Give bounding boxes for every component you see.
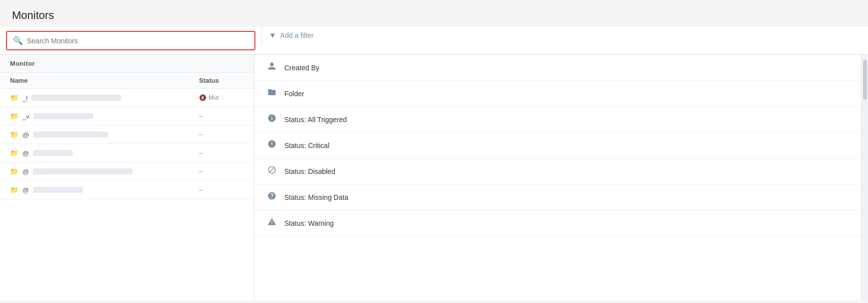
filter-label-folder: Folder: [284, 90, 304, 98]
row-status: --: [199, 168, 244, 175]
row-prefix: _l: [22, 94, 27, 102]
filter-option-warning[interactable]: Status: Warning: [254, 210, 861, 236]
status-label: --: [199, 131, 203, 138]
status-label: --: [199, 168, 203, 175]
filter-option-missing-data[interactable]: Status: Missing Data: [254, 184, 861, 210]
row-text-blur: [33, 168, 133, 174]
folder-icon: 📁: [10, 131, 18, 139]
exclamation-circle-icon: [266, 140, 277, 151]
row-name: 📁 _l: [10, 94, 199, 102]
table-header: Name Status: [0, 73, 254, 89]
table-row[interactable]: 📁 _v --: [0, 107, 254, 126]
person-icon: [266, 62, 277, 73]
search-box[interactable]: 🔍: [6, 31, 255, 50]
search-input[interactable]: [27, 37, 248, 45]
status-label: --: [199, 186, 203, 193]
row-name: 📁 @: [10, 149, 199, 157]
toolbar: 🔍 ▼ Add a filter: [0, 27, 868, 55]
col-status-header: Status: [199, 77, 244, 84]
filter-label-created-by: Created By: [284, 64, 319, 72]
row-prefix: @: [22, 150, 29, 157]
search-icon: 🔍: [13, 36, 23, 45]
row-prefix: @: [22, 131, 29, 139]
table-row[interactable]: 📁 @ --: [0, 126, 254, 144]
question-circle-icon: [266, 191, 277, 203]
folder-icon: 📁: [10, 167, 18, 175]
filter-label-disabled: Status: Disabled: [284, 167, 335, 175]
status-label: --: [199, 150, 203, 156]
mute-icon: 🔇: [199, 94, 207, 101]
folder-icon: 📁: [10, 112, 18, 120]
row-status: --: [199, 131, 244, 138]
info-circle-icon: [266, 114, 277, 125]
table-row[interactable]: 📁 _l 🔇 Mut: [0, 89, 254, 107]
row-name: 📁 @: [10, 131, 199, 139]
row-name: 📁 @: [10, 186, 199, 194]
filter-option-critical[interactable]: Status: Critical: [254, 133, 861, 158]
main-content: Monitor Name Status 📁 _l 🔇 Mut: [0, 55, 868, 301]
row-text-blur: [31, 95, 121, 101]
filter-label-all-triggered: Status: All Triggered: [284, 116, 347, 124]
row-prefix: @: [22, 168, 29, 175]
folder-icon: [266, 88, 277, 99]
row-prefix: @: [22, 186, 29, 194]
filter-option-created-by[interactable]: Created By: [254, 55, 861, 81]
row-text-blur: [33, 150, 73, 156]
filter-label-critical: Status: Critical: [284, 142, 329, 150]
row-status: 🔇 Mut: [199, 94, 244, 101]
row-name: 📁 _v: [10, 112, 199, 120]
col-name-header: Name: [10, 77, 199, 84]
scrollbar[interactable]: [861, 55, 868, 301]
folder-icon: 📁: [10, 94, 18, 102]
folder-icon: 📁: [10, 149, 18, 157]
triangle-exclamation-icon: [266, 217, 277, 229]
row-text-blur: [33, 113, 93, 119]
page-title: Monitors: [0, 0, 868, 27]
table-row[interactable]: 📁 @ --: [0, 162, 254, 181]
row-text-blur: [33, 187, 83, 193]
filter-option-folder[interactable]: Folder: [254, 81, 861, 107]
status-label: Mut: [209, 94, 218, 101]
row-status: --: [199, 150, 244, 156]
row-prefix: _v: [22, 113, 29, 120]
row-text-blur: [33, 132, 108, 138]
filter-dropdown-list: Created By Folder: [254, 55, 861, 301]
section-header: Monitor: [0, 55, 254, 73]
filter-option-all-triggered[interactable]: Status: All Triggered: [254, 107, 861, 133]
filter-label-warning: Status: Warning: [284, 219, 334, 227]
ban-icon: [266, 165, 277, 177]
filter-area[interactable]: ▼ Add a filter: [261, 27, 868, 43]
row-status: --: [199, 186, 244, 193]
row-status: --: [199, 113, 244, 120]
table-row[interactable]: 📁 @ --: [0, 144, 254, 162]
left-panel: Monitor Name Status 📁 _l 🔇 Mut: [0, 55, 254, 301]
filter-icon: ▼: [269, 31, 276, 39]
status-label: --: [199, 113, 203, 120]
filter-option-disabled[interactable]: Status: Disabled: [254, 158, 861, 184]
filter-placeholder: Add a filter: [280, 31, 314, 39]
filter-label-missing-data: Status: Missing Data: [284, 193, 348, 201]
right-panel: Created By Folder: [254, 55, 861, 301]
scrollbar-thumb[interactable]: [863, 60, 867, 100]
folder-icon: 📁: [10, 186, 18, 194]
page-container: Monitors 🔍 ▼ Add a filter Monitor Name S…: [0, 0, 868, 303]
row-name: 📁 @: [10, 167, 199, 175]
table-row[interactable]: 📁 @ --: [0, 181, 254, 199]
